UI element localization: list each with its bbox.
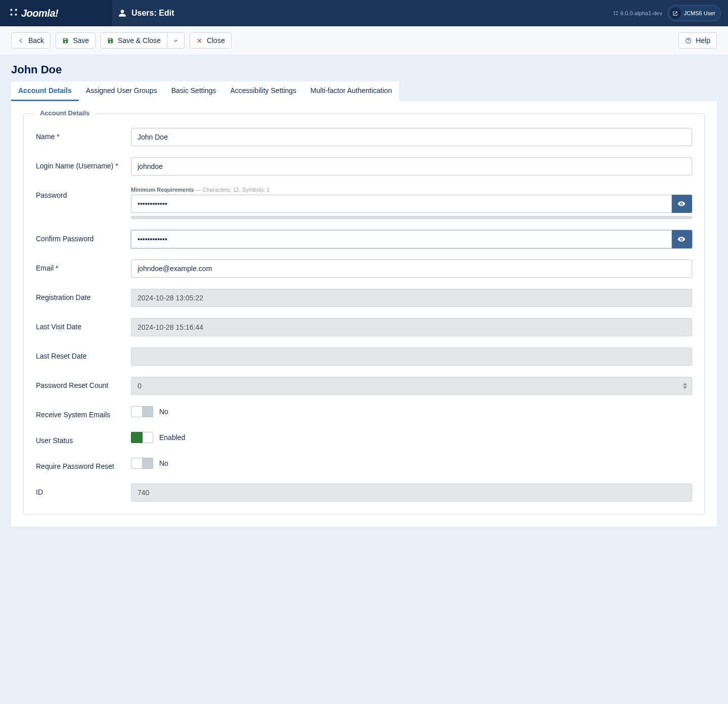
joomla-mini-icon — [613, 11, 618, 16]
save-button[interactable]: Save — [56, 32, 96, 49]
account-details-fieldset: Account Details Name * Login Name (Usern… — [23, 113, 705, 514]
tab-account-details[interactable]: Account Details — [11, 81, 79, 101]
password-requirements: Minimum Requirements — Characters: 12, S… — [131, 187, 692, 193]
status-label: User Status — [36, 432, 131, 445]
tab-assigned-groups[interactable]: Assigned User Groups — [79, 81, 164, 101]
last-reset-input — [131, 347, 692, 366]
save-icon — [62, 37, 69, 44]
toolbar: Back Save Save & Close Close Help — [0, 26, 728, 55]
chevron-down-icon — [172, 37, 179, 44]
joomla-logo-icon — [9, 8, 18, 19]
tabs: Account Details Assigned User Groups Bas… — [11, 81, 717, 101]
last-visit-input — [131, 318, 692, 336]
status-toggle[interactable] — [131, 432, 153, 443]
send-email-label: Receive System Emails — [36, 406, 131, 419]
close-icon — [196, 37, 203, 44]
stepper-arrows-icon — [683, 383, 687, 389]
password-strength-meter — [131, 216, 692, 219]
eye-icon — [677, 235, 686, 243]
close-button[interactable]: Close — [190, 32, 232, 49]
password-input[interactable] — [131, 195, 672, 213]
chevron-left-icon — [18, 37, 24, 44]
require-reset-label: Require Password Reset — [36, 458, 131, 470]
external-link-icon — [672, 11, 678, 16]
tab-basic-settings[interactable]: Basic Settings — [164, 81, 223, 101]
tab-mfa[interactable]: Multi-factor Authentication — [303, 81, 399, 101]
register-date-input — [131, 289, 692, 307]
page-heading: John Doe — [11, 63, 717, 76]
require-reset-value: No — [159, 459, 168, 467]
send-email-toggle[interactable] — [131, 406, 153, 417]
save-dropdown-button[interactable] — [167, 32, 185, 49]
back-button[interactable]: Back — [11, 32, 51, 49]
email-input[interactable] — [131, 259, 692, 278]
username-label: Login Name (Username) * — [36, 157, 131, 170]
top-header: Joomla! Users: Edit 6.0.0-alpha1-dev JCM… — [0, 0, 728, 26]
name-input[interactable] — [131, 128, 692, 146]
id-input — [131, 483, 692, 502]
require-reset-toggle[interactable] — [131, 458, 153, 469]
eye-icon — [677, 200, 686, 208]
svg-marker-8 — [683, 383, 687, 385]
fieldset-legend: Account Details — [34, 109, 96, 117]
email-label: Email * — [36, 259, 131, 272]
toggle-password-visibility-button[interactable] — [672, 195, 692, 213]
save-close-button[interactable]: Save & Close — [101, 32, 167, 49]
tab-accessibility[interactable]: Accessibility Settings — [223, 81, 303, 101]
page-title: Users: Edit — [131, 9, 174, 18]
user-menu-badge[interactable]: JCMS6 User — [667, 5, 721, 21]
reset-count-input — [131, 377, 692, 395]
svg-point-7 — [688, 41, 689, 42]
toggle-password2-visibility-button[interactable] — [672, 230, 692, 248]
status-value: Enabled — [159, 433, 185, 442]
password2-label: Confirm Password — [36, 230, 131, 243]
svg-point-0 — [614, 11, 615, 13]
save-icon — [107, 37, 114, 44]
password2-input[interactable] — [131, 230, 672, 248]
username-input[interactable] — [131, 157, 692, 175]
password-label: Password — [36, 187, 131, 199]
register-date-label: Registration Date — [36, 289, 131, 301]
brand-name: Joomla! — [21, 8, 58, 19]
name-label: Name * — [36, 128, 131, 141]
reset-count-label: Password Reset Count — [36, 377, 131, 389]
last-reset-label: Last Reset Date — [36, 347, 131, 360]
svg-point-3 — [616, 14, 618, 15]
id-label: ID — [36, 483, 131, 496]
svg-point-1 — [616, 11, 618, 13]
svg-marker-9 — [683, 386, 687, 389]
page-title-section: Users: Edit — [112, 0, 613, 26]
help-icon — [685, 37, 692, 44]
user-icon — [118, 9, 126, 17]
version-badge[interactable]: 6.0.0-alpha1-dev — [613, 10, 662, 16]
svg-point-2 — [614, 14, 615, 15]
send-email-value: No — [159, 408, 168, 416]
brand-section[interactable]: Joomla! — [0, 8, 112, 19]
tab-content: Account Details Name * Login Name (Usern… — [11, 101, 717, 526]
last-visit-label: Last Visit Date — [36, 318, 131, 331]
help-button[interactable]: Help — [678, 32, 717, 49]
